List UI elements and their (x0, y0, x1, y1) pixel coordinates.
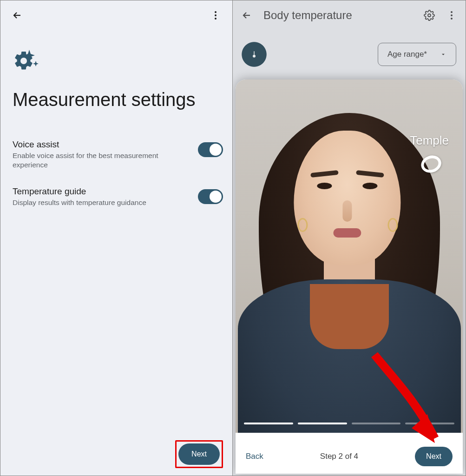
tutorial-sheet: Temple Back Step 2 of 4 Next (236, 79, 463, 474)
svg-point-7 (253, 55, 256, 58)
bg-content: Age range* (233, 30, 466, 66)
progress-indicator (244, 423, 454, 424)
settings-list: Voice assist Enable voice assist for the… (13, 133, 223, 218)
age-range-label: Age range* (387, 50, 427, 59)
annotation-highlight: Next (175, 440, 223, 468)
appbar (0, 0, 232, 30)
setting-subtitle: Display results with temperature guidanc… (13, 198, 190, 207)
age-range-dropdown[interactable]: Age range* (378, 43, 456, 66)
back-button[interactable] (8, 6, 26, 25)
appbar: Body temperature (233, 0, 466, 30)
svg-point-2 (215, 18, 217, 20)
temple-label: Temple (410, 133, 449, 148)
progress-seg (298, 423, 347, 424)
setting-temperature-guide[interactable]: Temperature guide Display results with t… (13, 180, 223, 218)
progress-seg (244, 423, 293, 424)
setting-title: Temperature guide (13, 186, 190, 197)
setting-voice-assist[interactable]: Voice assist Enable voice assist for the… (13, 133, 223, 180)
settings-screen: Measurement settings Voice assist Enable… (0, 0, 233, 476)
next-button[interactable]: Next (178, 443, 220, 465)
chevron-down-icon (440, 51, 446, 58)
setting-title: Voice assist (13, 139, 190, 150)
more-button[interactable] (442, 6, 461, 25)
body-temperature-screen: Body temperature Age range* (233, 0, 466, 476)
step-label: Step 2 of 4 (320, 452, 358, 461)
setting-subtitle: Enable voice assist for the best measure… (13, 151, 190, 170)
page-title: Measurement settings (13, 89, 220, 111)
progress-seg (352, 423, 401, 424)
svg-point-0 (215, 11, 217, 13)
settings-gear-icon (13, 50, 39, 76)
svg-point-4 (451, 11, 453, 13)
back-button[interactable]: Back (246, 452, 263, 461)
thermometer-badge-icon (242, 42, 266, 66)
next-button[interactable]: Next (415, 447, 453, 466)
sparkle-icon (18, 48, 40, 70)
svg-point-3 (428, 14, 431, 17)
tutorial-photo: Temple (236, 79, 463, 433)
svg-point-1 (215, 14, 217, 16)
svg-point-6 (451, 18, 453, 20)
svg-point-5 (451, 14, 453, 16)
progress-seg (405, 423, 454, 424)
back-button[interactable] (237, 6, 256, 25)
settings-button[interactable] (420, 6, 439, 25)
temperature-guide-toggle[interactable] (198, 189, 223, 204)
sheet-footer: Back Step 2 of 4 Next (236, 439, 463, 474)
screen-title: Body temperature (263, 9, 416, 22)
voice-assist-toggle[interactable] (198, 142, 223, 157)
more-button[interactable] (206, 6, 225, 25)
